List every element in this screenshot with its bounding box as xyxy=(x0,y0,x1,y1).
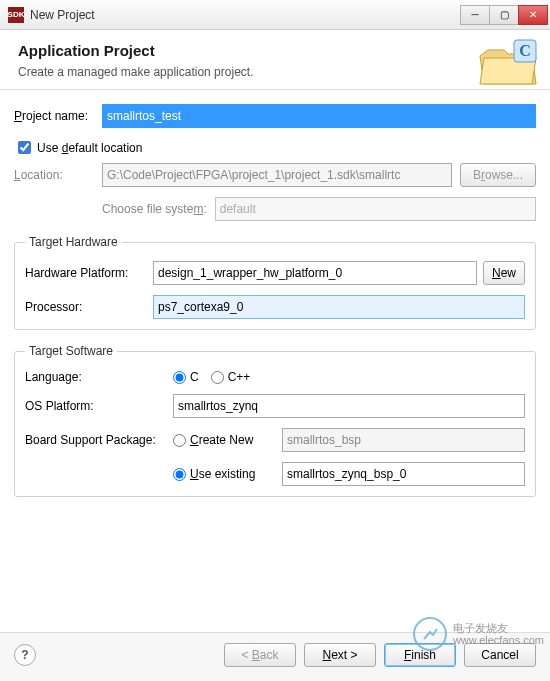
target-software-group: Target Software Language: C C++ OS Platf… xyxy=(14,344,536,497)
hardware-platform-select[interactable]: design_1_wrapper_hw_platform_0 xyxy=(153,261,477,285)
window-buttons: ─ ▢ ✕ xyxy=(461,5,548,25)
location-label: Location: xyxy=(14,168,102,182)
processor-select[interactable]: ps7_cortexa9_0 xyxy=(153,295,525,319)
bsp-label: Board Support Package: xyxy=(25,433,173,447)
titlebar: SDK New Project ─ ▢ ✕ xyxy=(0,0,550,30)
target-hardware-group: Target Hardware Hardware Platform: desig… xyxy=(14,235,536,330)
language-c-label: C xyxy=(190,370,199,384)
use-default-location-checkbox[interactable] xyxy=(18,141,31,154)
filesystem-label: Choose file system: xyxy=(102,202,207,216)
app-icon: SDK xyxy=(8,7,24,23)
page-subtitle: Create a managed make application projec… xyxy=(18,65,532,79)
language-c-radio[interactable] xyxy=(173,371,186,384)
bsp-use-existing-label: Use existing xyxy=(190,467,270,481)
svg-text:C: C xyxy=(519,42,531,59)
filesystem-select: default xyxy=(215,197,536,221)
page-title: Application Project xyxy=(18,42,532,59)
new-hardware-button[interactable]: New xyxy=(483,261,525,285)
minimize-button[interactable]: ─ xyxy=(460,5,490,25)
target-hardware-legend: Target Hardware xyxy=(25,235,122,249)
maximize-button[interactable]: ▢ xyxy=(489,5,519,25)
bsp-use-existing-select[interactable]: smallrtos_zynq_bsp_0 xyxy=(282,462,525,486)
bsp-create-new-label: Create New xyxy=(190,433,270,447)
dialog-footer: ? < Back Next > Finish Cancel xyxy=(0,632,550,681)
project-name-input[interactable]: smallrtos_test xyxy=(102,104,536,128)
os-platform-label: OS Platform: xyxy=(25,399,173,413)
bsp-create-new-radio[interactable] xyxy=(173,434,186,447)
language-cpp-radio[interactable] xyxy=(211,371,224,384)
help-button[interactable]: ? xyxy=(14,644,36,666)
c-project-folder-icon: C xyxy=(478,38,538,88)
language-label: Language: xyxy=(25,370,173,384)
hardware-platform-label: Hardware Platform: xyxy=(25,266,153,280)
bsp-use-existing-radio[interactable] xyxy=(173,468,186,481)
cancel-button[interactable]: Cancel xyxy=(464,643,536,667)
browse-button: Browse... xyxy=(460,163,536,187)
bsp-create-new-input xyxy=(282,428,525,452)
dialog-header: Application Project Create a managed mak… xyxy=(0,30,550,90)
back-button: < Back xyxy=(224,643,296,667)
processor-label: Processor: xyxy=(25,300,153,314)
location-input xyxy=(102,163,452,187)
use-default-location-label: Use default location xyxy=(37,141,142,155)
window-title: New Project xyxy=(30,8,461,22)
next-button[interactable]: Next > xyxy=(304,643,376,667)
finish-button[interactable]: Finish xyxy=(384,643,456,667)
language-cpp-label: C++ xyxy=(228,370,251,384)
close-button[interactable]: ✕ xyxy=(518,5,548,25)
os-platform-select[interactable]: smallrtos_zynq xyxy=(173,394,525,418)
project-name-label: Project name: xyxy=(14,109,102,123)
dialog-content: Project name: smallrtos_test Use default… xyxy=(0,90,550,509)
target-software-legend: Target Software xyxy=(25,344,117,358)
